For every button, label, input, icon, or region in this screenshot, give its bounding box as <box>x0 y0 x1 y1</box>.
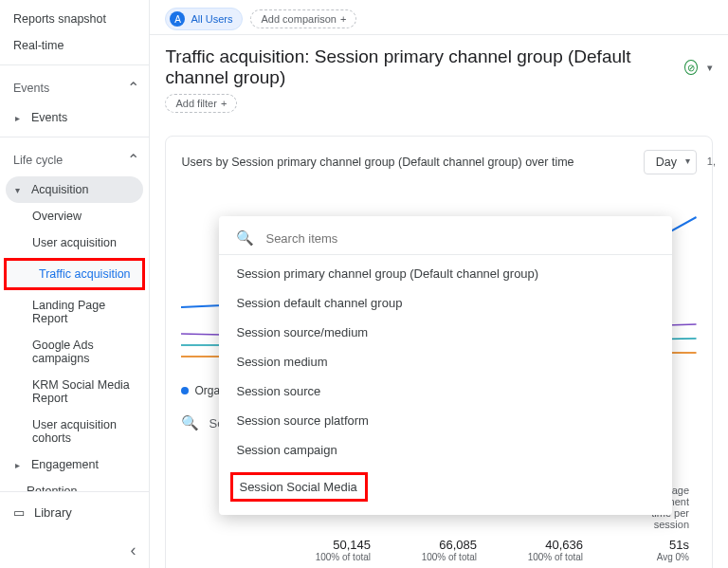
add-filter-button[interactable]: Add filter + <box>165 94 237 113</box>
dimension-picker-menu: 🔍 Session primary channel group (Default… <box>219 216 672 515</box>
main-content: A All Users Add comparison + Traffic acq… <box>150 0 728 568</box>
library-icon: ▭ <box>13 505 25 520</box>
nav-events[interactable]: Events <box>0 104 149 131</box>
nav-krm-social[interactable]: KRM Social Media Report <box>0 372 149 412</box>
plus-icon: + <box>221 98 227 109</box>
y-axis-tick: 1, <box>707 156 716 167</box>
nav-traffic-acquisition[interactable]: Traffic acquisition <box>7 261 142 287</box>
menu-item-primary-channel[interactable]: Session primary channel group (Default c… <box>219 259 672 288</box>
granularity-select[interactable]: Day <box>644 150 697 174</box>
segment-a-icon: A <box>170 11 185 27</box>
nav-section-events[interactable]: Events ⌃ <box>0 71 149 104</box>
nav-user-acq-cohorts[interactable]: User acquisition cohorts <box>0 412 149 451</box>
dimension-search-input[interactable] <box>265 231 655 246</box>
title-dropdown-icon[interactable]: ▾ <box>707 62 713 74</box>
search-icon: 🔍 <box>236 229 254 247</box>
menu-item-source-medium[interactable]: Session source/medium <box>219 318 672 347</box>
nav-google-ads[interactable]: Google Ads campaigns <box>0 332 149 372</box>
page-title: Traffic acquisition: Session primary cha… <box>165 46 674 88</box>
nav-library[interactable]: ▭ Library <box>0 491 149 533</box>
chevron-up-icon: ⌃ <box>127 79 139 97</box>
nav-landing-page[interactable]: Landing Page Report <box>0 292 149 332</box>
menu-item-social-media[interactable]: Session Social Media <box>219 465 672 509</box>
verified-icon: ⊘ <box>684 60 698 75</box>
chart-title: Users by Session primary channel group (… <box>181 156 573 169</box>
plus-icon: + <box>340 13 346 25</box>
nav-section-lifecycle[interactable]: Life cycle ⌃ <box>0 143 149 176</box>
chevron-up-icon: ⌃ <box>127 151 139 169</box>
menu-item-source-platform[interactable]: Session source platform <box>219 406 672 435</box>
menu-item-source[interactable]: Session source <box>219 376 672 406</box>
sidebar: Reports snapshot Real-time Events ⌃ Even… <box>0 0 150 568</box>
nav-acquisition[interactable]: Acquisition <box>6 176 143 203</box>
search-icon[interactable]: 🔍 <box>181 414 199 431</box>
menu-item-medium[interactable]: Session medium <box>219 347 672 376</box>
totals-row: 50,145100% of total 66,085100% of total … <box>181 530 697 568</box>
menu-item-campaign[interactable]: Session campaign <box>219 435 672 465</box>
nav-retention[interactable]: Retention <box>0 478 149 491</box>
menu-item-default-channel[interactable]: Session default channel group <box>219 288 672 318</box>
nav-overview[interactable]: Overview <box>0 203 149 229</box>
legend-organic: Orga <box>181 384 220 397</box>
report-card: Users by Session primary channel group (… <box>165 136 713 568</box>
nav-realtime[interactable]: Real-time <box>0 32 149 59</box>
nav-engagement[interactable]: Engagement <box>0 451 149 478</box>
nav-reports-snapshot[interactable]: Reports snapshot <box>0 6 149 32</box>
collapse-sidebar-icon[interactable]: ‹ <box>130 541 136 560</box>
add-comparison-button[interactable]: Add comparison + <box>250 9 356 28</box>
segment-all-users[interactable]: A All Users <box>165 8 243 30</box>
nav-user-acquisition[interactable]: User acquisition <box>0 229 149 256</box>
